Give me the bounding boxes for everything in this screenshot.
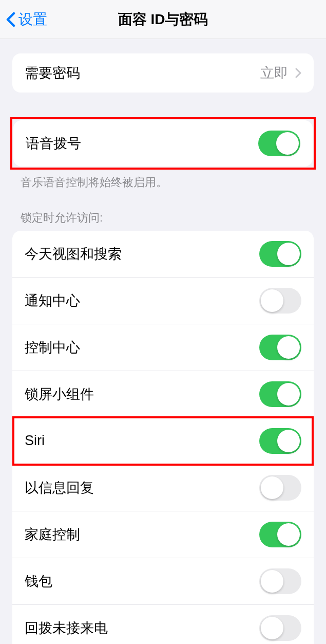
lock-screen-item-label: 今天视图和搜索	[25, 245, 122, 263]
lock-screen-item-toggle[interactable]	[259, 288, 301, 314]
nav-header: 设置 面容 ID与密码	[0, 0, 326, 39]
lock-screen-item-label: 家庭控制	[25, 525, 80, 544]
lock-screen-group: 今天视图和搜索通知中心控制中心锁屏小组件Siri以信息回复家庭控制钱包回拨未接来…	[12, 231, 314, 644]
lock-screen-item-label: 钱包	[25, 572, 52, 591]
lock-screen-item-toggle[interactable]	[259, 522, 301, 547]
voice-dial-label: 语音拨号	[26, 134, 81, 153]
lock-screen-row: 以信息回复	[12, 465, 314, 511]
lock-screen-row: 通知中心	[12, 278, 314, 324]
lock-screen-item-label: 锁屏小组件	[25, 385, 94, 403]
back-button[interactable]: 设置	[0, 10, 47, 29]
lock-screen-item-label: 通知中心	[25, 291, 80, 310]
lock-screen-item-toggle[interactable]	[259, 568, 301, 594]
voice-dial-toggle[interactable]	[258, 131, 300, 156]
require-passcode-label: 需要密码	[25, 64, 80, 82]
lock-screen-row: 钱包	[12, 558, 314, 605]
lock-screen-item-toggle[interactable]	[259, 615, 301, 641]
lock-screen-item-label: 回拨未接来电	[25, 619, 108, 637]
lock-screen-row: 今天视图和搜索	[12, 231, 314, 278]
lock-screen-item-label: Siri	[25, 433, 45, 449]
lock-screen-item-label: 以信息回复	[25, 479, 94, 497]
lock-screen-item-label: 控制中心	[25, 338, 80, 357]
lock-screen-header: 锁定时允许访问:	[0, 210, 326, 231]
chevron-right-icon	[295, 68, 301, 78]
lock-screen-item-toggle[interactable]	[259, 381, 301, 407]
lock-screen-row: Siri	[12, 418, 314, 465]
lock-screen-item-toggle[interactable]	[259, 241, 301, 267]
lock-screen-row: 回拨未接来电	[12, 605, 314, 644]
voice-dial-footer: 音乐语音控制将始终被启用。	[0, 170, 326, 191]
lock-screen-item-toggle[interactable]	[259, 475, 301, 501]
highlight-voice-dial: 语音拨号	[10, 117, 316, 170]
lock-screen-item-toggle[interactable]	[259, 428, 301, 454]
lock-screen-row: 控制中心	[12, 324, 314, 371]
page-title: 面容 ID与密码	[118, 10, 208, 29]
lock-screen-row: 锁屏小组件	[12, 371, 314, 418]
lock-screen-item-toggle[interactable]	[259, 335, 301, 360]
lock-screen-row: 家庭控制	[12, 511, 314, 558]
back-label: 设置	[18, 10, 47, 29]
chevron-left-icon	[6, 12, 15, 27]
voice-dial-row: 语音拨号	[13, 120, 313, 167]
require-passcode-value: 立即	[260, 64, 288, 82]
require-passcode-row[interactable]: 需要密码 立即	[12, 53, 314, 93]
